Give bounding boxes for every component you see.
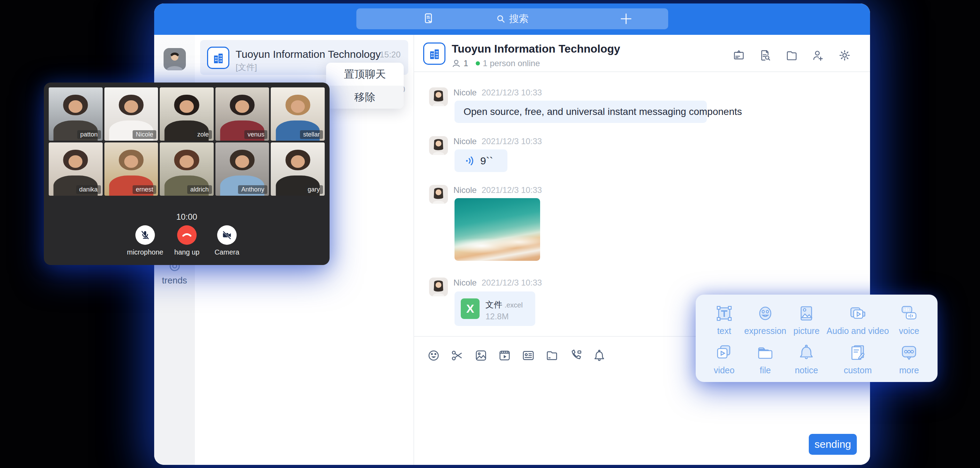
attach-item-picture[interactable]: picture bbox=[786, 303, 827, 343]
attach-item-file[interactable]: file bbox=[745, 343, 786, 382]
header-divider bbox=[414, 71, 870, 72]
more-icon bbox=[899, 343, 919, 363]
call-timer: 10:00 bbox=[44, 212, 329, 222]
participant-name: aldrich bbox=[187, 185, 212, 194]
custom-icon bbox=[848, 343, 868, 363]
plus-icon[interactable] bbox=[619, 11, 633, 26]
attach-label: video bbox=[714, 365, 735, 375]
profile-avatar[interactable] bbox=[164, 48, 186, 70]
context-menu: 置顶聊天 移除 bbox=[326, 63, 404, 109]
chat-title: Tuoyun Information Technology bbox=[452, 43, 620, 55]
camera-off-button[interactable] bbox=[217, 225, 237, 245]
participant-tile[interactable]: Anthony bbox=[215, 142, 269, 196]
page-background: { "topbar": { "search_label": "搜索", "plu… bbox=[0, 0, 980, 468]
member-count-icon bbox=[452, 59, 461, 68]
message-avatar[interactable] bbox=[429, 136, 448, 155]
text-message-bubble[interactable]: Open source, free, and universal instant… bbox=[455, 101, 707, 123]
participant-tile[interactable]: aldrich bbox=[160, 142, 214, 196]
attach-label: voice bbox=[899, 326, 919, 336]
audio-video-icon bbox=[848, 303, 868, 323]
participant-tile[interactable]: ernest bbox=[104, 142, 158, 196]
file-folder-icon bbox=[756, 343, 775, 363]
image-icon[interactable] bbox=[474, 348, 488, 363]
video-call-overlay: patton Nicole zole venus stellar danika … bbox=[44, 83, 329, 265]
attach-label: file bbox=[760, 365, 771, 375]
file-manage-icon[interactable] bbox=[785, 49, 798, 62]
attach-item-text[interactable]: text bbox=[704, 303, 745, 343]
participant-name: Anthony bbox=[238, 185, 267, 194]
attach-label: expression bbox=[745, 326, 786, 336]
message-avatar[interactable] bbox=[429, 185, 448, 204]
attach-item-expression[interactable]: expression bbox=[745, 303, 786, 343]
text-icon bbox=[714, 303, 734, 323]
emoji-icon[interactable] bbox=[427, 348, 441, 363]
chat-panel: Tuoyun Information Technology 1 1 person… bbox=[414, 35, 870, 465]
screenshot-scissors-icon[interactable] bbox=[450, 348, 464, 363]
file-message-bubble[interactable]: X 文件 .excel 12.8M bbox=[455, 291, 535, 326]
participant-name: stellar bbox=[300, 130, 323, 139]
attach-label: notice bbox=[795, 365, 818, 375]
message-avatar[interactable] bbox=[429, 278, 448, 296]
menu-item-remove[interactable]: 移除 bbox=[326, 86, 404, 109]
search-bar[interactable]: 搜索 bbox=[356, 8, 668, 29]
video-call-icon[interactable] bbox=[569, 348, 582, 363]
participant-tile[interactable]: gary bbox=[271, 142, 325, 196]
participant-tile[interactable]: patton bbox=[49, 88, 103, 141]
hang-up-button[interactable] bbox=[177, 225, 197, 245]
attach-item-audio-video[interactable]: Audio and video bbox=[827, 303, 889, 343]
contact-card-icon[interactable] bbox=[521, 348, 535, 363]
attach-item-custom[interactable]: custom bbox=[827, 343, 889, 382]
chat-header-group-icon bbox=[423, 43, 445, 65]
participant-tile[interactable]: zole bbox=[160, 88, 214, 141]
participant-tile[interactable]: venus bbox=[215, 88, 269, 141]
participant-tile[interactable]: danika bbox=[49, 142, 103, 196]
attachment-panel: text expression picture Audio and video … bbox=[696, 295, 937, 382]
participant-name: venus bbox=[244, 130, 267, 139]
attach-item-video[interactable]: video bbox=[704, 343, 745, 382]
voice-message-bubble[interactable]: 9`` bbox=[455, 149, 508, 172]
microphone-mute-button[interactable] bbox=[135, 225, 155, 245]
picture-icon bbox=[797, 303, 816, 323]
voice-wave-icon bbox=[465, 156, 476, 166]
sender-name: Nicole bbox=[453, 278, 477, 287]
camera-label: Camera bbox=[192, 248, 262, 256]
image-message-beach[interactable] bbox=[455, 198, 540, 261]
conversation-preview: [文件] bbox=[235, 62, 257, 73]
attach-label: Audio and video bbox=[827, 326, 889, 336]
hang-up-icon bbox=[181, 229, 193, 241]
settings-icon[interactable] bbox=[838, 49, 851, 62]
message-avatar[interactable] bbox=[429, 88, 448, 106]
participant-tile[interactable]: Nicole bbox=[104, 88, 158, 141]
folder-icon[interactable] bbox=[545, 348, 559, 363]
menu-item-pin-chat[interactable]: 置顶聊天 bbox=[326, 63, 404, 86]
chat-history-search-icon[interactable] bbox=[759, 49, 772, 62]
attach-item-notice[interactable]: notice bbox=[786, 343, 827, 382]
composer-toolbar bbox=[427, 348, 606, 363]
attach-item-voice[interactable]: voice bbox=[889, 303, 929, 343]
attach-item-more[interactable]: more bbox=[889, 343, 929, 382]
send-button[interactable]: sending bbox=[809, 434, 857, 455]
notice-bell-icon bbox=[797, 343, 816, 363]
chat-header-actions bbox=[732, 49, 851, 62]
group-avatar-icon bbox=[207, 47, 229, 69]
excel-file-icon: X bbox=[461, 299, 480, 319]
sender-name: Nicole bbox=[453, 88, 477, 97]
message-time: 2021/12/3 10:33 bbox=[482, 136, 542, 146]
expression-icon bbox=[756, 303, 775, 323]
search-label: 搜索 bbox=[509, 12, 529, 26]
trends-label: trends bbox=[154, 275, 195, 286]
video-clip-icon[interactable] bbox=[498, 348, 512, 363]
file-size: 12.8M bbox=[485, 311, 509, 321]
message-time: 2021/12/3 10:33 bbox=[482, 185, 542, 195]
message-meta: Nicole2021/12/3 10:33 bbox=[453, 278, 542, 288]
participant-tile[interactable]: stellar bbox=[271, 88, 325, 141]
group-notice-icon[interactable] bbox=[732, 49, 745, 62]
add-member-icon[interactable] bbox=[811, 49, 825, 62]
conversation-time: 15:20 bbox=[380, 50, 401, 59]
participant-name: danika bbox=[76, 185, 101, 194]
participant-grid: patton Nicole zole venus stellar danika … bbox=[49, 88, 325, 196]
attach-label: more bbox=[899, 365, 919, 375]
notification-bell-icon[interactable] bbox=[592, 348, 606, 363]
top-bar: 搜索 bbox=[154, 3, 870, 35]
attach-label: custom bbox=[843, 365, 872, 375]
